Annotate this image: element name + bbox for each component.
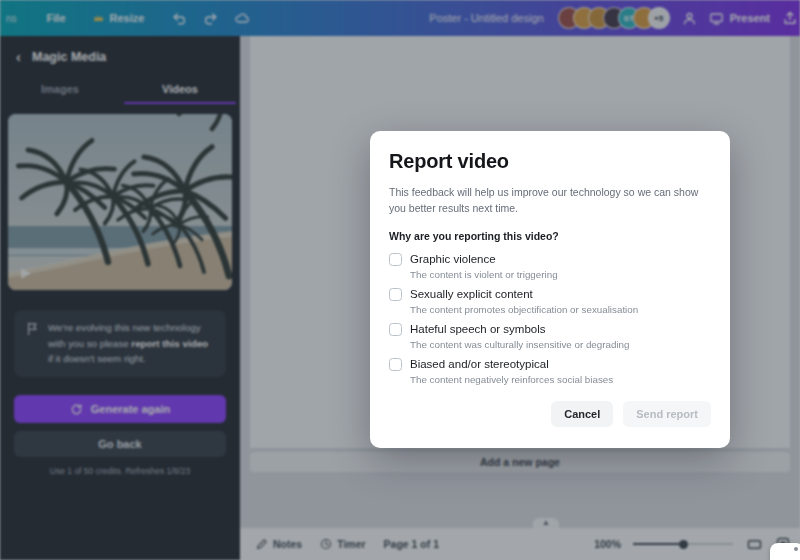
option-description: The content is violent or triggering: [410, 269, 711, 280]
option-label: Biased and/or stereotypical: [410, 358, 549, 370]
modal-description: This feedback will help us improve our t…: [389, 184, 711, 217]
option-row[interactable]: Hateful speech or symbols: [389, 323, 711, 336]
option-row[interactable]: Sexually explicit content: [389, 288, 711, 301]
option-label: Sexually explicit content: [410, 288, 533, 300]
report-option-sexually-explicit: Sexually explicit content The content pr…: [389, 288, 711, 315]
option-row[interactable]: Biased and/or stereotypical: [389, 358, 711, 371]
checkbox-hateful-speech[interactable]: [389, 323, 402, 336]
report-option-graphic-violence: Graphic violence The content is violent …: [389, 253, 711, 280]
checkbox-biased[interactable]: [389, 358, 402, 371]
option-description: The content promotes objectification or …: [410, 304, 711, 315]
report-video-modal: Report video This feedback will help us …: [370, 131, 730, 448]
send-report-button[interactable]: Send report: [623, 401, 711, 427]
modal-question: Why are you reporting this video?: [389, 230, 711, 242]
checkbox-sexually-explicit[interactable]: [389, 288, 402, 301]
modal-actions: Cancel Send report: [389, 401, 711, 427]
report-options: Graphic violence The content is violent …: [389, 253, 711, 385]
option-description: The content was culturally insensitive o…: [410, 339, 711, 350]
modal-title: Report video: [389, 150, 711, 173]
option-description: The content negatively reinforces social…: [410, 374, 711, 385]
cancel-button[interactable]: Cancel: [551, 401, 613, 427]
help-button[interactable]: [770, 543, 800, 560]
checkbox-graphic-violence[interactable]: [389, 253, 402, 266]
report-option-biased: Biased and/or stereotypical The content …: [389, 358, 711, 385]
option-row[interactable]: Graphic violence: [389, 253, 711, 266]
option-label: Hateful speech or symbols: [410, 323, 546, 335]
option-label: Graphic violence: [410, 253, 496, 265]
report-option-hateful-speech: Hateful speech or symbols The content wa…: [389, 323, 711, 350]
